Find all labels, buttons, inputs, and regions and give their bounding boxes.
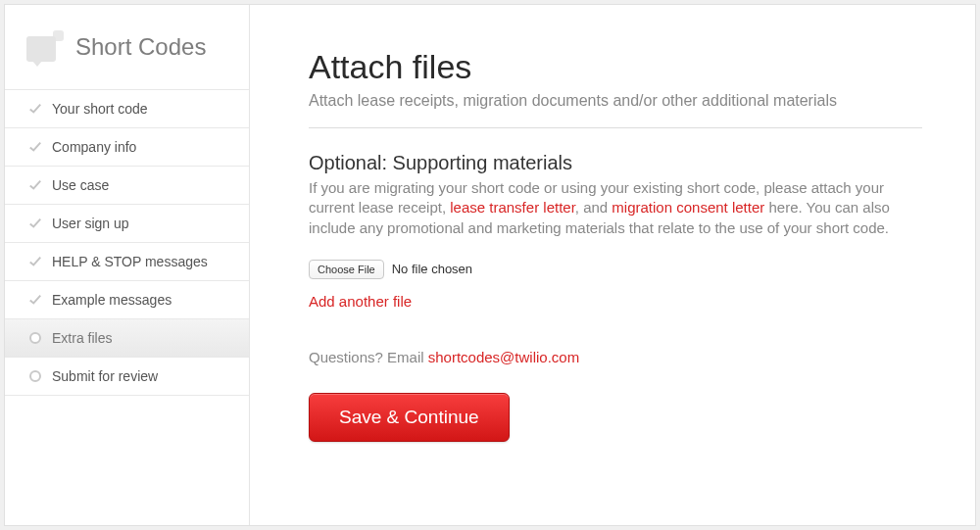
page-title: Attach files [309,48,922,86]
chat-bubbles-icon [26,30,64,64]
choose-file-button[interactable]: Choose File [309,260,384,279]
sidebar-item-label: Company info [52,139,136,155]
sidebar-item-company-info[interactable]: Company info [5,128,249,167]
sidebar-nav: Your short code Company info Use case Us… [5,89,249,396]
check-icon [28,178,42,192]
sidebar: Short Codes Your short code Company info… [5,5,250,525]
sidebar-item-label: Your short code [52,101,148,117]
lease-transfer-link[interactable]: lease transfer letter [450,199,575,216]
page-subtitle: Attach lease receipts, migration documen… [309,92,922,110]
sidebar-item-help-stop[interactable]: HELP & STOP messages [5,243,249,281]
sidebar-item-use-case[interactable]: Use case [5,167,249,205]
migration-consent-link[interactable]: migration consent letter [612,199,764,216]
sidebar-title: Short Codes [75,33,206,61]
section-title: Optional: Supporting materials [309,152,922,174]
main-content: Attach files Attach lease receipts, migr… [250,5,975,525]
body-text: , and [575,199,612,216]
divider [309,127,922,128]
file-status: No file chosen [392,262,472,276]
sidebar-item-user-sign-up[interactable]: User sign up [5,205,249,243]
sidebar-item-label: HELP & STOP messages [52,254,208,269]
sidebar-item-extra-files[interactable]: Extra files [5,319,249,358]
sidebar-item-label: Example messages [52,292,172,308]
check-icon [28,140,42,154]
add-another-file-link[interactable]: Add another file [309,293,412,310]
sidebar-item-label: Use case [52,177,109,193]
sidebar-header: Short Codes [5,5,249,89]
radio-icon [28,369,42,383]
sidebar-item-submit-review[interactable]: Submit for review [5,358,249,396]
check-icon [28,102,42,116]
sidebar-item-label: Submit for review [52,368,158,384]
check-icon [28,293,42,307]
sidebar-item-label: User sign up [52,216,129,231]
section-body: If you are migrating your short code or … [309,178,922,238]
app-window: Short Codes Your short code Company info… [4,4,976,526]
sidebar-item-label: Extra files [52,330,112,346]
contact-email-link[interactable]: shortcodes@twilio.com [428,349,579,365]
check-icon [28,217,42,230]
sidebar-item-your-short-code[interactable]: Your short code [5,90,249,128]
radio-icon [28,331,42,345]
questions-prefix: Questions? Email [309,349,428,365]
sidebar-item-example-messages[interactable]: Example messages [5,281,249,319]
file-input-row: Choose File No file chosen [309,260,922,279]
questions-text: Questions? Email shortcodes@twilio.com [309,349,922,365]
save-continue-button[interactable]: Save & Continue [309,393,510,442]
check-icon [28,255,42,268]
